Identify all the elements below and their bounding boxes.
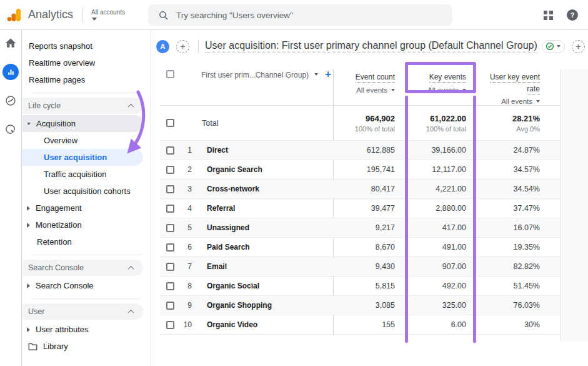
- total-key-events-share: 100% of total: [407, 125, 466, 133]
- report-title[interactable]: User acquisition: First user primary cha…: [205, 40, 537, 53]
- sidebar-item-traffic-acquisition[interactable]: Traffic acquisition: [22, 166, 150, 183]
- key-events-value: 2,880.00: [407, 204, 477, 213]
- sidebar-item-library[interactable]: Library: [22, 338, 150, 355]
- sidebar-item-monetization[interactable]: Monetization: [22, 216, 150, 233]
- channel-name: Organic Search: [207, 165, 262, 174]
- explore-icon[interactable]: [4, 93, 17, 108]
- sidebar-item-retention[interactable]: Retention: [22, 233, 150, 250]
- row-checkbox[interactable]: [166, 185, 174, 193]
- sidebar-item-reports-snapshot[interactable]: Reports snapshot: [22, 38, 150, 54]
- report-header: A + User acquisition: First user primary…: [151, 30, 588, 63]
- key-events-value: 492.00: [407, 282, 477, 290]
- chevron-down-icon: [462, 89, 466, 91]
- row-checkbox[interactable]: [166, 321, 174, 329]
- rate-value: 16.07%: [477, 223, 560, 232]
- sidebar-item-realtime-pages[interactable]: Realtime pages: [22, 71, 150, 88]
- sidebar-item-acquisition[interactable]: Acquisition: [22, 115, 143, 132]
- row-checkbox[interactable]: [166, 302, 174, 310]
- rate-value: 34.57%: [477, 165, 560, 174]
- table-row[interactable]: 6Paid Search 8,670 491.00 19.35%: [160, 238, 560, 257]
- event-count-filter[interactable]: All events: [333, 86, 395, 94]
- table-row[interactable]: 4Referral 39,477 2,880.00 37.47%: [160, 199, 560, 218]
- reports-icon[interactable]: [2, 64, 19, 79]
- search-input[interactable]: [176, 11, 414, 20]
- property-avatar[interactable]: A: [156, 40, 169, 53]
- rate-value: 51.45%: [477, 282, 560, 290]
- rate-filter[interactable]: All events: [477, 98, 540, 105]
- sidebar-divider: [31, 93, 141, 93]
- rate-value: 76.03%: [477, 301, 560, 310]
- reports-active-indicator: [2, 64, 19, 80]
- add-report-button[interactable]: +: [572, 40, 585, 53]
- event-count-value: 195,741: [333, 165, 407, 174]
- channel-name: Organic Social: [207, 282, 259, 290]
- key-events-filter[interactable]: All events: [407, 86, 466, 94]
- table-row[interactable]: 9Organic Shopping 3,085 325.00 76.03%: [160, 296, 560, 315]
- dimension-header-label[interactable]: First user prim...Channel Group): [201, 71, 309, 79]
- account-switcher[interactable]: All accounts: [91, 9, 125, 21]
- sidebar-item-user-acquisition[interactable]: User acquisition: [22, 149, 143, 166]
- chevron-down-icon: [92, 18, 97, 21]
- select-all-checkbox[interactable]: [166, 70, 174, 78]
- table-row[interactable]: 2Organic Search 195,741 12,117.00 34.57%: [160, 160, 560, 180]
- row-checkbox[interactable]: [166, 282, 174, 290]
- sidebar-item-user-attributes[interactable]: User attributes: [22, 321, 150, 338]
- help-icon[interactable]: ?: [567, 9, 578, 21]
- sidebar-item-user-acquisition-cohorts[interactable]: User acquisition cohorts: [22, 183, 150, 200]
- channel-name: Direct: [207, 146, 228, 155]
- sidebar-item-overview[interactable]: Overview: [22, 132, 150, 149]
- sidebar-item-search-console[interactable]: Search Console: [22, 277, 150, 294]
- chevron-down-icon: [557, 45, 561, 48]
- add-comparison-button[interactable]: +: [176, 40, 189, 53]
- sidebar-section-life-cycle[interactable]: Life cycle: [22, 98, 143, 114]
- event-count-value: 5,815: [333, 282, 407, 290]
- row-checkbox[interactable]: [166, 243, 174, 252]
- apps-grid-icon[interactable]: [544, 11, 553, 20]
- row-checkbox[interactable]: [166, 205, 174, 213]
- table-row[interactable]: 3Cross-network 80,417 4,221.00 34.54%: [160, 180, 560, 199]
- chevron-right-icon: [27, 223, 30, 228]
- row-checkbox[interactable]: [166, 263, 174, 271]
- chevron-up-icon: [128, 103, 134, 109]
- table-row[interactable]: 7Email 9,430 907.00 82.82%: [160, 257, 560, 277]
- event-count-header-cell: Event count All events: [333, 66, 407, 105]
- total-label: Total: [202, 119, 218, 128]
- row-checkbox[interactable]: [166, 166, 174, 174]
- row-checkbox[interactable]: [166, 224, 174, 232]
- rate-value: 82.82%: [477, 262, 560, 271]
- app-title: Analytics: [28, 8, 73, 21]
- event-count-header-label[interactable]: Event count: [333, 71, 395, 83]
- event-count-value: 9,430: [333, 262, 407, 271]
- report-status-button[interactable]: [542, 40, 565, 53]
- sidebar-item-realtime-overview[interactable]: Realtime overview: [22, 54, 150, 71]
- total-key-events: 61,022.00: [407, 114, 466, 123]
- sidebar-section-search-console[interactable]: Search Console: [22, 260, 143, 276]
- navigation-rail: [0, 30, 22, 366]
- add-dimension-button[interactable]: +: [325, 68, 331, 81]
- sidebar-section-user[interactable]: User: [22, 303, 143, 320]
- chevron-right-icon: [27, 283, 30, 288]
- search-bar[interactable]: [148, 4, 452, 26]
- home-icon[interactable]: [4, 36, 17, 51]
- event-count-value: 155: [333, 320, 407, 329]
- rate-value: 24.87%: [477, 146, 560, 155]
- table-total-row: Total 964,902 100% of total 61,022.00 10…: [160, 106, 560, 141]
- total-rate: 28.21%: [477, 114, 540, 123]
- table-row[interactable]: 8Organic Social 5,815 492.00 51.45%: [160, 277, 560, 296]
- table-row[interactable]: 5Unassigned 9,217 417.00 16.07%: [160, 218, 560, 238]
- chevron-down-icon[interactable]: [314, 73, 318, 76]
- channel-name: Paid Search: [207, 243, 250, 252]
- rate-header-label[interactable]: User key event rate: [477, 71, 540, 94]
- topbar-divider: [82, 7, 83, 23]
- key-events-value: 6.00: [407, 320, 477, 329]
- advertising-icon[interactable]: [4, 122, 17, 137]
- total-row-checkbox[interactable]: [166, 119, 174, 127]
- table-header-row: First user prim...Channel Group) + Event…: [160, 66, 560, 106]
- sidebar-item-engagement[interactable]: Engagement: [22, 200, 150, 216]
- table-row[interactable]: 10Organic Video 155 6.00 30%: [160, 315, 560, 335]
- row-checkbox[interactable]: [166, 146, 174, 155]
- key-events-header-label[interactable]: Key events: [407, 71, 466, 83]
- channel-name: Organic Video: [207, 320, 257, 329]
- channel-name: Cross-network: [207, 185, 259, 193]
- table-row[interactable]: 1Direct 612,885 39,166.00 24.87%: [160, 141, 560, 160]
